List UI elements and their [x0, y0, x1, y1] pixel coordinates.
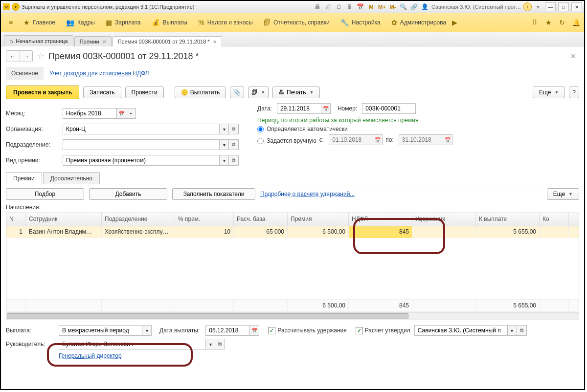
calendar-icon[interactable]: 📅	[373, 134, 383, 145]
fill-button[interactable]: Заполнить показатели	[172, 188, 255, 200]
info-dd-icon[interactable]: ▾	[534, 2, 542, 11]
post-button[interactable]: Провести	[125, 87, 164, 98]
menu-main[interactable]: ★Главное	[19, 17, 60, 28]
col-base[interactable]: Расч. база	[234, 213, 288, 226]
col-ndfl[interactable]: НДФЛ	[349, 213, 412, 226]
dropdown-icon[interactable]: ▾	[219, 139, 229, 150]
subnav-main[interactable]: Основное	[6, 67, 44, 80]
dropdown-icon[interactable]: ▾	[205, 339, 215, 349]
calendar-icon[interactable]: 📅	[356, 2, 365, 11]
app-menu-dropdown[interactable]: ▾	[12, 3, 20, 11]
print-button[interactable]: 🖶Печать▼	[272, 87, 320, 98]
calendar-icon[interactable]: 📅	[443, 134, 452, 145]
col-ko[interactable]: Ко	[540, 213, 569, 226]
nav-back-button[interactable]: ←	[6, 51, 20, 62]
tab-document[interactable]: Премия 00ЗК-000001 от 29.11.2018 *✕	[113, 36, 222, 46]
menu-burger[interactable]: ≡	[4, 17, 18, 28]
apps-icon[interactable]: ⠿	[529, 17, 540, 28]
col-topay[interactable]: К выплате	[476, 213, 540, 226]
print-icon[interactable]: 🖶	[313, 2, 322, 11]
more-button[interactable]: Еще▼	[533, 87, 565, 98]
m-icon[interactable]: M	[367, 2, 376, 11]
mplus-icon[interactable]: M+	[378, 2, 386, 11]
print2-icon[interactable]: 🖨	[324, 2, 333, 11]
calc-deductions-checkbox[interactable]: ✓Рассчитывать удержания	[268, 327, 346, 334]
post-and-close-button[interactable]: Провести и закрыть	[6, 86, 79, 99]
payout-mode-input[interactable]	[59, 325, 142, 336]
open-icon[interactable]: ⧉	[229, 139, 239, 150]
zoom-icon[interactable]: 🔍	[399, 2, 408, 11]
tab-close-icon[interactable]: ✕	[213, 39, 217, 44]
calc-icon[interactable]: 🖩	[345, 2, 354, 11]
open-icon[interactable]: ⧉	[215, 339, 225, 349]
link-icon[interactable]: 🔗	[410, 2, 419, 11]
col-deductions[interactable]: Удержания	[412, 213, 476, 226]
minimize-button[interactable]: —	[545, 2, 556, 11]
cell-ndfl[interactable]: 845	[349, 226, 412, 238]
menu-reports[interactable]: 🗐Отчетность, справки	[259, 17, 335, 28]
dropdown-icon[interactable]: ▾	[219, 124, 229, 134]
period-manual-radio[interactable]: Задается вручную	[257, 137, 316, 144]
dep-input[interactable]	[63, 139, 219, 150]
stepper-icon[interactable]: ÷	[126, 108, 136, 119]
help-button[interactable]: ?	[569, 87, 579, 98]
page-close-icon[interactable]: ✕	[570, 52, 579, 60]
period-auto-radio[interactable]: Определяется автоматически	[257, 126, 579, 132]
col-n[interactable]: N	[6, 213, 26, 226]
favorite-icon[interactable]: ★	[543, 17, 554, 28]
pick-button[interactable]: Подбор	[6, 188, 84, 200]
col-premium[interactable]: Премия	[288, 213, 349, 226]
dropdown-icon[interactable]: ▾	[507, 325, 517, 336]
date-input[interactable]	[277, 103, 321, 114]
menu-taxes[interactable]: %Налоги и взносы	[193, 17, 258, 28]
tab-premii-inner[interactable]: Премии	[6, 172, 42, 184]
paydate-input[interactable]	[205, 325, 249, 336]
manager-input[interactable]	[59, 339, 205, 349]
menu-admin[interactable]: ✿Администрирова	[386, 17, 451, 28]
nav-forward-button[interactable]: →	[20, 51, 32, 62]
tab-close-icon[interactable]: ✕	[102, 39, 106, 44]
tab-additional[interactable]: Дополнительно	[43, 172, 100, 184]
menu-overflow-icon[interactable]: ▶	[452, 19, 457, 26]
maximize-button[interactable]: □	[558, 2, 569, 11]
calendar-icon[interactable]: 📅	[116, 108, 126, 119]
tab-home[interactable]: ⌂Начальная страница	[4, 35, 73, 46]
menu-salary[interactable]: ▦Зарплата	[101, 17, 146, 28]
num-input[interactable]	[362, 103, 416, 114]
approved-checkbox[interactable]: ✓Расчет утвердил	[356, 327, 410, 334]
col-department[interactable]: Подразделение	[102, 213, 175, 226]
type-input[interactable]	[63, 155, 219, 166]
mminus-icon[interactable]: M-	[388, 2, 397, 11]
attach-button[interactable]: 📎	[230, 87, 244, 98]
calendar-icon[interactable]: 📅	[321, 103, 331, 114]
save-button[interactable]: Записать	[83, 87, 121, 98]
col-employee[interactable]: Сотрудник	[26, 213, 102, 226]
table-row[interactable]: 1 Базин Антон Владим… Хозяйственно-экспл…	[6, 226, 579, 238]
info-icon[interactable]: i	[523, 2, 532, 11]
tab-premii[interactable]: Премии✕	[74, 36, 112, 46]
org-input[interactable]	[63, 124, 219, 134]
grid-more-button[interactable]: Еще▼	[547, 188, 579, 200]
deduction-details-link[interactable]: Подробнее о расчете удержаний...	[260, 191, 355, 197]
open-icon[interactable]: ⧉	[229, 124, 239, 134]
history-icon[interactable]: ↻	[557, 17, 567, 28]
horizontal-scrollbar[interactable]	[6, 312, 579, 320]
pay-button[interactable]: 🪙Выплатить	[175, 87, 226, 98]
doc-icon[interactable]: 🗋	[335, 2, 343, 11]
menu-settings[interactable]: 🔧Настройка	[336, 17, 385, 28]
menu-payments[interactable]: 💰Выплаты	[147, 17, 193, 28]
approver-input[interactable]	[414, 325, 507, 336]
menu-staff[interactable]: 👥Кадры	[61, 17, 100, 28]
close-button[interactable]: ✕	[571, 2, 582, 11]
month-input[interactable]	[63, 108, 116, 119]
subnav-ndfl-link[interactable]: Учет доходов для исчисления НДФЛ	[49, 70, 149, 77]
calendar-icon[interactable]: 📅	[249, 325, 259, 336]
favorite-star-icon[interactable]: ☆	[37, 51, 45, 62]
based-on-button[interactable]: 🗐▼	[248, 87, 269, 98]
open-icon[interactable]: ⧉	[517, 325, 527, 336]
dropdown-icon[interactable]: ▾	[219, 155, 229, 166]
col-percent[interactable]: % прем.	[175, 213, 234, 226]
open-icon[interactable]: ⧉	[229, 155, 239, 166]
manager-position-link[interactable]: Генеральный директор	[59, 352, 122, 359]
add-button[interactable]: Добавить	[89, 188, 167, 200]
